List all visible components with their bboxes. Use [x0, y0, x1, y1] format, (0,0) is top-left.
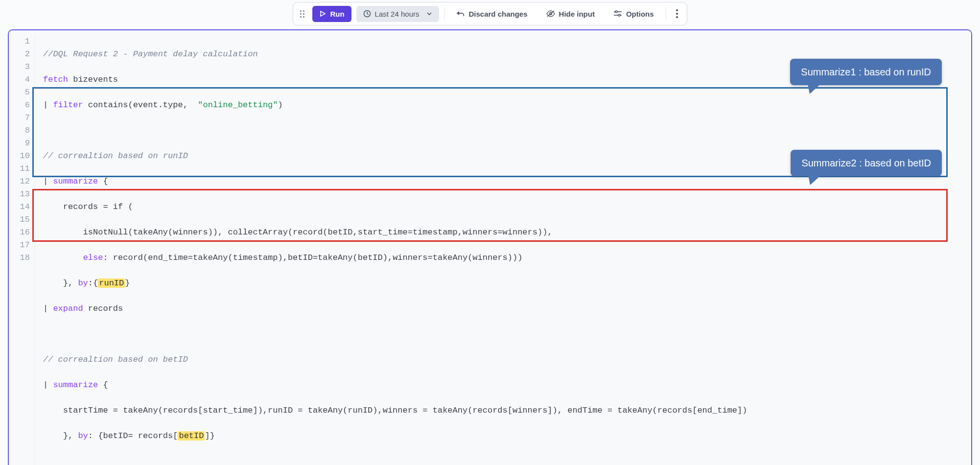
code-editor[interactable]: 123456789101112131415161718 //DQL Reques…: [9, 30, 971, 465]
line-number: 15: [9, 213, 30, 226]
separator: [666, 7, 666, 20]
eye-off-icon: [546, 10, 555, 17]
line-number: 13: [9, 188, 30, 201]
timeframe-label: Last 24 hours: [375, 10, 420, 18]
line-number: 9: [9, 137, 30, 150]
line-number: 4: [9, 73, 30, 86]
discard-button[interactable]: Discard changes: [449, 6, 535, 22]
clock-icon: [363, 10, 371, 18]
line-number: 10: [9, 150, 30, 163]
options-label: Options: [626, 10, 654, 18]
chevron-down-icon: [426, 11, 432, 17]
discard-label: Discard changes: [469, 10, 528, 18]
run-button[interactable]: Run: [312, 6, 351, 22]
line-number: 16: [9, 226, 30, 239]
line-number: 14: [9, 201, 30, 213]
kebab-icon: [676, 9, 678, 18]
options-button[interactable]: Options: [607, 6, 661, 22]
more-menu-button[interactable]: [671, 5, 683, 22]
line-number: 12: [9, 175, 30, 188]
line-number: 18: [9, 252, 30, 264]
hide-label: Hide input: [559, 10, 595, 18]
separator: [444, 7, 444, 20]
callout-summarize1: Summarize1 : based on runID: [790, 59, 942, 85]
callout-summarize2: Summarize2 : based on betID: [791, 150, 942, 176]
query-toolbar: Run Last 24 hours Discard changes Hide i…: [293, 2, 687, 25]
line-number: 7: [9, 112, 30, 124]
timeframe-button[interactable]: Last 24 hours: [356, 6, 439, 22]
line-number: 1: [9, 35, 30, 48]
sliders-icon: [613, 10, 622, 17]
run-label: Run: [330, 10, 344, 18]
line-number: 17: [9, 239, 30, 252]
svg-point-6: [618, 14, 620, 16]
play-icon: [319, 10, 326, 17]
undo-icon: [456, 10, 465, 17]
hide-input-button[interactable]: Hide input: [539, 6, 602, 22]
line-number: 6: [9, 99, 30, 112]
line-gutter: 123456789101112131415161718: [9, 35, 35, 465]
query-panel: 123456789101112131415161718 //DQL Reques…: [8, 29, 972, 465]
line-number: 3: [9, 61, 30, 73]
svg-point-4: [615, 11, 617, 13]
line-number: 5: [9, 86, 30, 99]
line-number: 2: [9, 48, 30, 61]
line-number: 8: [9, 124, 30, 137]
drag-handle-icon[interactable]: [297, 7, 307, 21]
code-area[interactable]: //DQL Request 2 - Payment delay calculat…: [35, 35, 971, 465]
line-number: 11: [9, 163, 30, 175]
